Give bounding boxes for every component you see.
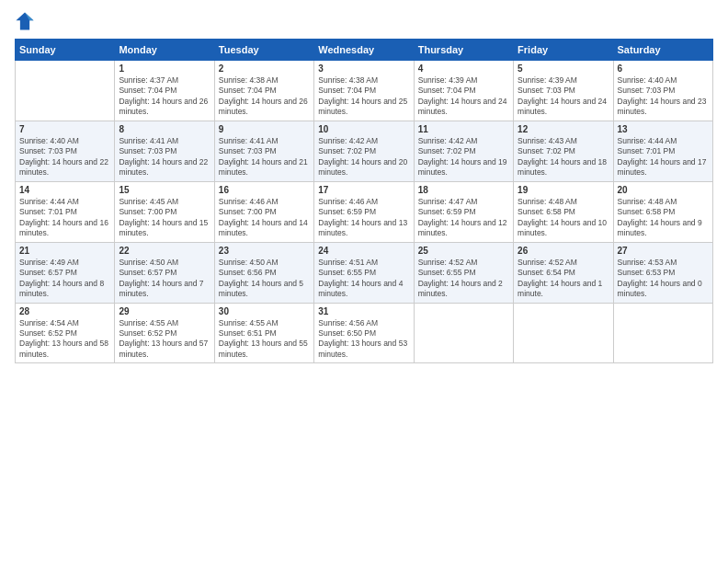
day-info: Sunrise: 4:38 AM Sunset: 7:04 PM Dayligh… xyxy=(219,75,310,118)
day-info: Sunrise: 4:39 AM Sunset: 7:03 PM Dayligh… xyxy=(518,75,609,118)
day-number: 12 xyxy=(518,124,609,134)
calendar-cell: 28Sunrise: 4:54 AM Sunset: 6:52 PM Dayli… xyxy=(16,303,115,363)
day-info: Sunrise: 4:46 AM Sunset: 6:59 PM Dayligh… xyxy=(318,197,409,239)
calendar-cell: 9Sunrise: 4:41 AM Sunset: 7:03 PM Daylig… xyxy=(214,121,313,181)
day-info: Sunrise: 4:47 AM Sunset: 6:59 PM Dayligh… xyxy=(418,197,509,239)
day-info: Sunrise: 4:49 AM Sunset: 6:57 PM Dayligh… xyxy=(19,258,110,300)
calendar-cell: 27Sunrise: 4:53 AM Sunset: 6:53 PM Dayli… xyxy=(613,242,712,303)
calendar-cell: 23Sunrise: 4:50 AM Sunset: 6:56 PM Dayli… xyxy=(214,242,313,303)
logo-icon xyxy=(15,11,35,31)
day-number: 30 xyxy=(219,306,310,316)
day-info: Sunrise: 4:51 AM Sunset: 6:55 PM Dayligh… xyxy=(318,258,409,300)
day-info: Sunrise: 4:52 AM Sunset: 6:55 PM Dayligh… xyxy=(418,258,509,300)
day-info: Sunrise: 4:40 AM Sunset: 7:03 PM Dayligh… xyxy=(19,136,110,178)
day-number: 29 xyxy=(119,306,210,316)
calendar-cell: 1Sunrise: 4:37 AM Sunset: 7:04 PM Daylig… xyxy=(115,61,214,121)
calendar-cell: 2Sunrise: 4:38 AM Sunset: 7:04 PM Daylig… xyxy=(214,61,313,121)
day-info: Sunrise: 4:38 AM Sunset: 7:04 PM Dayligh… xyxy=(318,75,409,118)
calendar-cell: 26Sunrise: 4:52 AM Sunset: 6:54 PM Dayli… xyxy=(514,242,613,303)
day-number: 26 xyxy=(518,246,609,256)
day-info: Sunrise: 4:40 AM Sunset: 7:03 PM Dayligh… xyxy=(618,75,709,118)
calendar-cell: 8Sunrise: 4:41 AM Sunset: 7:03 PM Daylig… xyxy=(115,121,214,181)
weekday-header-row: SundayMondayTuesdayWednesdayThursdayFrid… xyxy=(16,40,713,61)
calendar-cell: 16Sunrise: 4:46 AM Sunset: 7:00 PM Dayli… xyxy=(214,181,313,242)
calendar-cell xyxy=(414,303,513,363)
calendar-cell: 31Sunrise: 4:56 AM Sunset: 6:50 PM Dayli… xyxy=(314,303,414,363)
day-number: 22 xyxy=(119,246,210,256)
calendar-table: SundayMondayTuesdayWednesdayThursdayFrid… xyxy=(15,39,713,363)
day-number: 21 xyxy=(19,246,110,256)
day-number: 1 xyxy=(119,63,210,74)
week-row-4: 28Sunrise: 4:54 AM Sunset: 6:52 PM Dayli… xyxy=(16,303,713,363)
weekday-header-friday: Friday xyxy=(514,40,613,61)
day-info: Sunrise: 4:39 AM Sunset: 7:04 PM Dayligh… xyxy=(418,75,509,118)
day-number: 23 xyxy=(219,246,310,256)
calendar-cell xyxy=(16,61,115,121)
day-info: Sunrise: 4:44 AM Sunset: 7:01 PM Dayligh… xyxy=(618,136,709,178)
calendar-cell xyxy=(613,303,712,363)
calendar-cell: 5Sunrise: 4:39 AM Sunset: 7:03 PM Daylig… xyxy=(514,61,613,121)
day-info: Sunrise: 4:48 AM Sunset: 6:58 PM Dayligh… xyxy=(518,197,609,239)
day-info: Sunrise: 4:45 AM Sunset: 7:00 PM Dayligh… xyxy=(119,197,210,239)
week-row-1: 7Sunrise: 4:40 AM Sunset: 7:03 PM Daylig… xyxy=(16,121,713,181)
calendar-cell: 7Sunrise: 4:40 AM Sunset: 7:03 PM Daylig… xyxy=(16,121,115,181)
calendar-cell: 25Sunrise: 4:52 AM Sunset: 6:55 PM Dayli… xyxy=(414,242,513,303)
day-number: 18 xyxy=(418,185,509,195)
day-info: Sunrise: 4:55 AM Sunset: 6:51 PM Dayligh… xyxy=(219,318,310,361)
svg-marker-0 xyxy=(16,12,33,29)
day-number: 13 xyxy=(618,124,709,134)
week-row-3: 21Sunrise: 4:49 AM Sunset: 6:57 PM Dayli… xyxy=(16,242,713,303)
calendar-cell: 4Sunrise: 4:39 AM Sunset: 7:04 PM Daylig… xyxy=(414,61,513,121)
day-info: Sunrise: 4:48 AM Sunset: 6:58 PM Dayligh… xyxy=(618,197,709,239)
calendar-cell: 30Sunrise: 4:55 AM Sunset: 6:51 PM Dayli… xyxy=(214,303,313,363)
day-info: Sunrise: 4:37 AM Sunset: 7:04 PM Dayligh… xyxy=(119,75,210,118)
day-number: 25 xyxy=(418,246,509,256)
calendar-cell: 11Sunrise: 4:42 AM Sunset: 7:02 PM Dayli… xyxy=(414,121,513,181)
day-info: Sunrise: 4:55 AM Sunset: 6:52 PM Dayligh… xyxy=(119,318,210,361)
day-number: 2 xyxy=(219,63,310,74)
calendar-cell: 22Sunrise: 4:50 AM Sunset: 6:57 PM Dayli… xyxy=(115,242,214,303)
day-number: 15 xyxy=(119,185,210,195)
day-number: 20 xyxy=(618,185,709,195)
day-number: 28 xyxy=(19,306,110,316)
calendar-cell: 17Sunrise: 4:46 AM Sunset: 6:59 PM Dayli… xyxy=(314,181,414,242)
day-info: Sunrise: 4:46 AM Sunset: 7:00 PM Dayligh… xyxy=(219,197,310,239)
day-info: Sunrise: 4:54 AM Sunset: 6:52 PM Dayligh… xyxy=(19,318,110,361)
calendar-cell: 29Sunrise: 4:55 AM Sunset: 6:52 PM Dayli… xyxy=(115,303,214,363)
day-info: Sunrise: 4:43 AM Sunset: 7:02 PM Dayligh… xyxy=(518,136,609,178)
logo xyxy=(15,11,39,31)
day-number: 4 xyxy=(418,63,509,74)
calendar-cell: 19Sunrise: 4:48 AM Sunset: 6:58 PM Dayli… xyxy=(514,181,613,242)
day-info: Sunrise: 4:41 AM Sunset: 7:03 PM Dayligh… xyxy=(119,136,210,178)
week-row-0: 1Sunrise: 4:37 AM Sunset: 7:04 PM Daylig… xyxy=(16,61,713,121)
day-number: 16 xyxy=(219,185,310,195)
calendar-cell: 21Sunrise: 4:49 AM Sunset: 6:57 PM Dayli… xyxy=(16,242,115,303)
day-info: Sunrise: 4:41 AM Sunset: 7:03 PM Dayligh… xyxy=(219,136,310,178)
day-number: 24 xyxy=(318,246,409,256)
calendar-cell: 14Sunrise: 4:44 AM Sunset: 7:01 PM Dayli… xyxy=(16,181,115,242)
day-number: 5 xyxy=(518,63,609,74)
calendar-cell: 3Sunrise: 4:38 AM Sunset: 7:04 PM Daylig… xyxy=(314,61,414,121)
day-number: 8 xyxy=(119,124,210,134)
day-number: 31 xyxy=(318,306,409,316)
day-number: 14 xyxy=(19,185,110,195)
day-number: 10 xyxy=(318,124,409,134)
calendar-cell: 12Sunrise: 4:43 AM Sunset: 7:02 PM Dayli… xyxy=(514,121,613,181)
day-info: Sunrise: 4:53 AM Sunset: 6:53 PM Dayligh… xyxy=(618,258,709,300)
day-info: Sunrise: 4:44 AM Sunset: 7:01 PM Dayligh… xyxy=(19,197,110,239)
day-number: 3 xyxy=(318,63,409,74)
weekday-header-wednesday: Wednesday xyxy=(314,40,414,61)
calendar-cell: 15Sunrise: 4:45 AM Sunset: 7:00 PM Dayli… xyxy=(115,181,214,242)
calendar-cell: 10Sunrise: 4:42 AM Sunset: 7:02 PM Dayli… xyxy=(314,121,414,181)
day-info: Sunrise: 4:50 AM Sunset: 6:56 PM Dayligh… xyxy=(219,258,310,300)
day-info: Sunrise: 4:52 AM Sunset: 6:54 PM Dayligh… xyxy=(518,258,609,300)
day-number: 9 xyxy=(219,124,310,134)
weekday-header-monday: Monday xyxy=(115,40,214,61)
day-number: 7 xyxy=(19,124,110,134)
page: SundayMondayTuesdayWednesdayThursdayFrid… xyxy=(0,0,728,563)
calendar-cell: 6Sunrise: 4:40 AM Sunset: 7:03 PM Daylig… xyxy=(613,61,712,121)
day-number: 6 xyxy=(618,63,709,74)
day-number: 27 xyxy=(618,246,709,256)
header xyxy=(15,11,713,31)
day-number: 19 xyxy=(518,185,609,195)
